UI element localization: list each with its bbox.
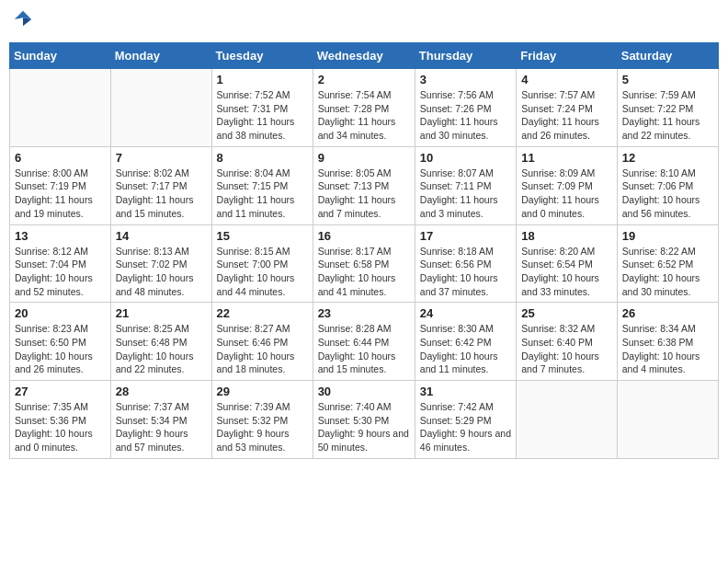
calendar-week-4: 20Sunrise: 8:23 AMSunset: 6:50 PMDayligh… (10, 303, 719, 381)
day-info: Sunrise: 7:57 AMSunset: 7:24 PMDaylight:… (521, 88, 612, 143)
day-info: Sunrise: 7:52 AMSunset: 7:31 PMDaylight:… (217, 88, 308, 143)
calendar-week-5: 27Sunrise: 7:35 AMSunset: 5:36 PMDayligh… (10, 381, 719, 459)
calendar-cell: 17Sunrise: 8:18 AMSunset: 6:56 PMDayligh… (415, 224, 516, 303)
day-number: 2 (318, 73, 410, 86)
day-number: 12 (622, 151, 713, 165)
day-info: Sunrise: 8:25 AMSunset: 6:48 PMDaylight:… (116, 322, 207, 376)
calendar-cell: 12Sunrise: 8:10 AMSunset: 7:06 PMDayligh… (617, 146, 718, 224)
calendar-cell: 30Sunrise: 7:40 AMSunset: 5:30 PMDayligh… (313, 381, 415, 459)
calendar-cell: 23Sunrise: 8:28 AMSunset: 6:44 PMDayligh… (313, 303, 415, 381)
day-number: 19 (622, 229, 713, 243)
day-number: 7 (116, 151, 207, 165)
day-info: Sunrise: 8:07 AMSunset: 7:11 PMDaylight:… (420, 167, 511, 221)
calendar-week-2: 6Sunrise: 8:00 AMSunset: 7:19 PMDaylight… (10, 146, 719, 224)
day-number: 30 (318, 385, 410, 398)
day-number: 17 (420, 229, 511, 243)
calendar-cell: 22Sunrise: 8:27 AMSunset: 6:46 PMDayligh… (211, 303, 313, 381)
logo-icon (13, 9, 33, 29)
calendar-header-monday: Monday (110, 43, 211, 69)
day-number: 29 (217, 385, 308, 398)
day-number: 22 (217, 306, 308, 320)
calendar-cell (110, 69, 211, 147)
calendar-cell: 28Sunrise: 7:37 AMSunset: 5:34 PMDayligh… (110, 381, 211, 459)
day-number: 3 (420, 73, 511, 86)
day-number: 28 (116, 385, 207, 398)
day-info: Sunrise: 7:42 AMSunset: 5:29 PMDaylight:… (420, 400, 511, 454)
calendar-cell: 13Sunrise: 8:12 AMSunset: 7:04 PMDayligh… (10, 224, 111, 303)
calendar-header-sunday: Sunday (10, 43, 111, 69)
day-number: 5 (622, 73, 713, 86)
day-number: 25 (521, 306, 612, 320)
calendar-cell: 19Sunrise: 8:22 AMSunset: 6:52 PMDayligh… (617, 224, 718, 303)
day-info: Sunrise: 8:13 AMSunset: 7:02 PMDaylight:… (116, 245, 207, 299)
calendar-header-wednesday: Wednesday (313, 43, 415, 69)
calendar-cell (517, 381, 618, 459)
calendar-header-saturday: Saturday (617, 43, 718, 69)
day-info: Sunrise: 8:12 AMSunset: 7:04 PMDaylight:… (15, 245, 106, 299)
day-number: 20 (15, 306, 106, 320)
calendar-week-1: 1Sunrise: 7:52 AMSunset: 7:31 PMDaylight… (10, 69, 719, 147)
day-number: 13 (15, 229, 106, 243)
calendar-cell: 8Sunrise: 8:04 AMSunset: 7:15 PMDaylight… (211, 146, 313, 224)
calendar-cell: 27Sunrise: 7:35 AMSunset: 5:36 PMDayligh… (10, 381, 111, 459)
day-number: 18 (521, 229, 612, 243)
calendar-cell: 16Sunrise: 8:17 AMSunset: 6:58 PMDayligh… (313, 224, 415, 303)
day-number: 11 (521, 151, 612, 165)
calendar-table: SundayMondayTuesdayWednesdayThursdayFrid… (9, 42, 719, 459)
day-number: 14 (116, 229, 207, 243)
day-info: Sunrise: 8:22 AMSunset: 6:52 PMDaylight:… (622, 245, 713, 299)
calendar-cell: 6Sunrise: 8:00 AMSunset: 7:19 PMDaylight… (10, 146, 111, 224)
day-info: Sunrise: 7:39 AMSunset: 5:32 PMDaylight:… (217, 400, 308, 454)
day-number: 4 (521, 73, 612, 86)
calendar-cell: 7Sunrise: 8:02 AMSunset: 7:17 PMDaylight… (110, 146, 211, 224)
day-info: Sunrise: 8:28 AMSunset: 6:44 PMDaylight:… (318, 322, 410, 376)
day-number: 31 (420, 385, 511, 398)
calendar-cell: 4Sunrise: 7:57 AMSunset: 7:24 PMDaylight… (517, 69, 618, 147)
calendar-header-friday: Friday (517, 43, 618, 69)
calendar-cell: 15Sunrise: 8:15 AMSunset: 7:00 PMDayligh… (211, 224, 313, 303)
calendar-cell: 24Sunrise: 8:30 AMSunset: 6:42 PMDayligh… (415, 303, 516, 381)
day-info: Sunrise: 8:05 AMSunset: 7:13 PMDaylight:… (318, 167, 410, 221)
day-info: Sunrise: 8:30 AMSunset: 6:42 PMDaylight:… (420, 322, 511, 376)
day-info: Sunrise: 7:54 AMSunset: 7:28 PMDaylight:… (318, 88, 410, 143)
day-info: Sunrise: 7:40 AMSunset: 5:30 PMDaylight:… (318, 400, 410, 454)
calendar-cell: 5Sunrise: 7:59 AMSunset: 7:22 PMDaylight… (617, 69, 718, 147)
day-number: 8 (217, 151, 308, 165)
day-info: Sunrise: 8:18 AMSunset: 6:56 PMDaylight:… (420, 245, 511, 299)
calendar-cell: 25Sunrise: 8:32 AMSunset: 6:40 PMDayligh… (517, 303, 618, 381)
calendar-header-thursday: Thursday (415, 43, 516, 69)
calendar-cell (617, 381, 718, 459)
day-info: Sunrise: 7:35 AMSunset: 5:36 PMDaylight:… (15, 400, 106, 454)
calendar-cell: 26Sunrise: 8:34 AMSunset: 6:38 PMDayligh… (617, 303, 718, 381)
day-number: 24 (420, 306, 511, 320)
page-header (9, 9, 719, 35)
day-info: Sunrise: 8:32 AMSunset: 6:40 PMDaylight:… (521, 322, 612, 376)
day-number: 9 (318, 151, 410, 165)
day-number: 23 (318, 306, 410, 320)
day-info: Sunrise: 8:23 AMSunset: 6:50 PMDaylight:… (15, 322, 106, 376)
day-info: Sunrise: 7:37 AMSunset: 5:34 PMDaylight:… (116, 400, 207, 454)
calendar-cell: 20Sunrise: 8:23 AMSunset: 6:50 PMDayligh… (10, 303, 111, 381)
day-info: Sunrise: 8:17 AMSunset: 6:58 PMDaylight:… (318, 245, 410, 299)
calendar-header-tuesday: Tuesday (211, 43, 313, 69)
calendar-cell: 14Sunrise: 8:13 AMSunset: 7:02 PMDayligh… (110, 224, 211, 303)
day-number: 10 (420, 151, 511, 165)
calendar-cell: 2Sunrise: 7:54 AMSunset: 7:28 PMDaylight… (313, 69, 415, 147)
calendar-cell: 18Sunrise: 8:20 AMSunset: 6:54 PMDayligh… (517, 224, 618, 303)
day-info: Sunrise: 8:09 AMSunset: 7:09 PMDaylight:… (521, 167, 612, 221)
day-info: Sunrise: 8:04 AMSunset: 7:15 PMDaylight:… (217, 167, 308, 221)
day-number: 1 (217, 73, 308, 86)
calendar-cell: 29Sunrise: 7:39 AMSunset: 5:32 PMDayligh… (211, 381, 313, 459)
day-info: Sunrise: 8:34 AMSunset: 6:38 PMDaylight:… (622, 322, 713, 376)
day-number: 27 (15, 385, 106, 398)
day-info: Sunrise: 8:00 AMSunset: 7:19 PMDaylight:… (15, 167, 106, 221)
day-info: Sunrise: 8:10 AMSunset: 7:06 PMDaylight:… (622, 167, 713, 221)
day-info: Sunrise: 8:02 AMSunset: 7:17 PMDaylight:… (116, 167, 207, 221)
calendar-week-3: 13Sunrise: 8:12 AMSunset: 7:04 PMDayligh… (10, 224, 719, 303)
day-number: 6 (15, 151, 106, 165)
day-number: 15 (217, 229, 308, 243)
calendar-header-row: SundayMondayTuesdayWednesdayThursdayFrid… (10, 43, 719, 69)
day-info: Sunrise: 8:15 AMSunset: 7:00 PMDaylight:… (217, 245, 308, 299)
calendar-cell: 9Sunrise: 8:05 AMSunset: 7:13 PMDaylight… (313, 146, 415, 224)
day-info: Sunrise: 7:56 AMSunset: 7:26 PMDaylight:… (420, 88, 511, 143)
